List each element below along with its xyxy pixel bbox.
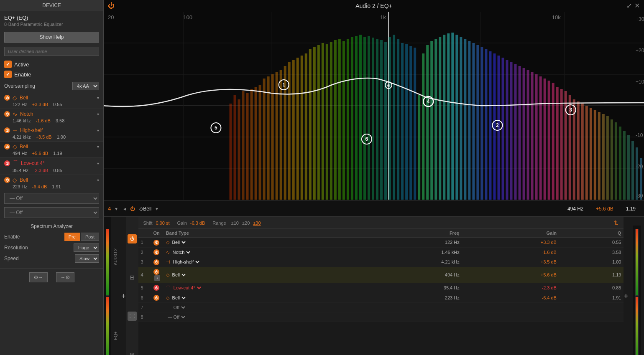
band-2-power[interactable]: ⏻ <box>4 111 10 117</box>
sidebar: DEVICE EQ+ (EQ) 8-Band Parametric Equali… <box>0 0 104 355</box>
post-button[interactable]: Post <box>81 233 99 241</box>
band-mute-btn[interactable]: ◂ <box>123 206 126 212</box>
band-selector-bar: 4 ▾ ◂ ⏻ ◇Bell ▾ 494 Hz +5.6 dB 1.19 <box>104 200 644 216</box>
band-1-power[interactable]: ⏻ <box>4 95 10 101</box>
svg-rect-88 <box>552 83 555 200</box>
band-5-arrow[interactable]: ▾ <box>97 161 99 166</box>
band-8-type-select[interactable]: — Off <box>166 314 187 320</box>
band-4-on-icon[interactable]: ⏻ <box>153 269 159 275</box>
band-3-freq: 4.21 kHz <box>13 134 31 139</box>
spectrum-resolution-label: Resolution <box>4 245 33 251</box>
band-type-arrow[interactable]: ▾ <box>156 206 158 212</box>
band-5-type-select[interactable]: Low-cut 4° <box>172 285 202 291</box>
band-6-on-icon[interactable]: ⏻ <box>153 295 159 301</box>
band-5-power[interactable]: ⏻ <box>4 160 10 166</box>
off-select-1[interactable]: — Off <box>4 193 99 204</box>
audio2-label: AUDIO 2 <box>111 217 120 296</box>
svg-rect-60 <box>434 39 437 200</box>
band-7-type-select[interactable]: — Off <box>166 304 187 310</box>
band-6-power[interactable]: ⏻ <box>4 177 10 183</box>
eq-table: On Band Type Freq Gain Q 1 ⏻ <box>138 229 624 322</box>
band-4-mute-icon[interactable]: ◂ <box>154 275 160 281</box>
svg-rect-45 <box>372 38 374 200</box>
strip-lock-icon[interactable]: ⊟ <box>130 274 135 281</box>
band-3-arrow[interactable]: ▾ <box>97 128 99 133</box>
add-signal-right-button[interactable]: + <box>624 292 628 301</box>
band-6-arrow[interactable]: ▾ <box>97 178 99 183</box>
band-num-label: 4 <box>108 205 111 212</box>
strip-connect-icon[interactable]: ⊞ <box>130 351 135 355</box>
band-4-power[interactable]: ⏻ <box>4 144 10 150</box>
eq-power-band-icon[interactable]: ⏻ <box>130 206 135 212</box>
band-1-type-select[interactable]: Bell <box>171 239 187 245</box>
eq-expand-button[interactable]: ⤢ <box>626 2 632 10</box>
strip-power-icon[interactable]: ⏻ <box>128 234 137 243</box>
svg-rect-56 <box>418 95 420 200</box>
svg-rect-38 <box>342 41 345 200</box>
enable-label: Enable <box>14 71 31 78</box>
th-freq: Freq <box>355 229 462 238</box>
ctrl-btn-1[interactable]: ⊙→ <box>29 272 48 282</box>
add-signal-left-button[interactable]: + <box>121 292 126 301</box>
band-4-type-select[interactable]: Bell <box>171 272 187 278</box>
range-20[interactable]: ±20 <box>242 221 250 226</box>
svg-rect-65 <box>455 35 458 200</box>
svg-rect-34 <box>326 44 328 200</box>
range-10[interactable]: ±10 <box>231 221 239 226</box>
svg-rect-12 <box>233 95 236 200</box>
band-1-arrow[interactable]: ▾ <box>97 96 99 100</box>
svg-rect-90 <box>560 89 563 200</box>
show-help-button[interactable]: Show Help <box>4 32 99 43</box>
band-3-on-icon[interactable]: ⏻ <box>153 259 159 265</box>
resolution-select[interactable]: Huge <box>74 243 99 252</box>
table-band-4-q: 1.19 <box>559 267 624 283</box>
band-2-type-select[interactable]: Notch <box>171 249 192 255</box>
band-6-gain: -6.4 dB <box>32 184 47 189</box>
ctrl-btn-2[interactable]: →⊙ <box>56 272 74 282</box>
svg-rect-40 <box>351 37 353 200</box>
eq-power-button[interactable]: ⏻ <box>108 2 115 10</box>
eq-close-button[interactable]: ✕ <box>634 2 640 10</box>
band-6-type-select[interactable]: Bell <box>171 295 187 301</box>
band-3-type-select[interactable]: High-shelf <box>171 259 201 265</box>
svg-rect-108 <box>636 147 638 200</box>
enable-checkbox-icon[interactable] <box>4 71 12 78</box>
band-4-arrow[interactable]: ▾ <box>97 145 99 149</box>
band-3-power[interactable]: ⏻ <box>4 127 10 133</box>
sidebar-header: DEVICE <box>0 0 103 11</box>
pre-button[interactable]: Pre <box>64 233 80 241</box>
user-defined-name-input[interactable] <box>4 47 99 56</box>
band-2-arrow[interactable]: ▾ <box>97 112 99 117</box>
oversampling-select[interactable]: 4x AA <box>72 82 99 90</box>
speed-select[interactable]: Slow <box>75 254 99 263</box>
band-5-gain: -2.3 dB <box>33 168 48 173</box>
gain-value: -6.3 dB <box>190 221 205 226</box>
device-sub: 8-Band Parametric Equalizer <box>0 22 103 29</box>
vertical-labels-container: AUDIO 2 EQ+ <box>111 217 120 355</box>
table-row-7: 7 — Off <box>138 303 624 312</box>
table-band-4-freq: 494 Hz <box>355 267 462 283</box>
band-select-arrow[interactable]: ▾ <box>115 206 118 212</box>
bottom-controls: ⊙→ →⊙ <box>0 269 103 286</box>
table-header-controls: Shift 0.00 st Gain -6.3 dB Range ±10 ±20… <box>138 217 624 229</box>
sidebar-band-1: ⏻ ◇ Bell ▾ 122 Hz +3.3 dB 0.55 <box>0 93 103 109</box>
active-checkbox-icon[interactable] <box>4 61 12 68</box>
svg-rect-52 <box>401 43 404 200</box>
svg-rect-71 <box>480 47 483 200</box>
sort-icon[interactable]: ⇅ <box>614 220 618 226</box>
range-30[interactable]: ±30 <box>253 221 261 226</box>
band-2-on-icon[interactable]: ⏻ <box>153 249 159 255</box>
svg-rect-55 <box>414 48 416 200</box>
band-1-on-icon[interactable]: ⏻ <box>153 240 159 246</box>
svg-rect-18 <box>259 85 261 200</box>
svg-rect-30 <box>309 49 312 200</box>
band-5-type: Low-cut 4° <box>21 160 95 166</box>
svg-rect-26 <box>292 60 295 200</box>
band-3-type: High-shelf <box>20 127 95 133</box>
svg-rect-54 <box>409 46 412 200</box>
off-select-2[interactable]: — Off <box>4 207 99 218</box>
band-5-on-icon[interactable]: ⏻ <box>153 285 159 291</box>
svg-text:3: 3 <box>569 107 572 113</box>
spectrum-speed-label: Speed <box>4 256 33 261</box>
strip-grid-icon[interactable]: ⋮⋮ <box>128 312 137 321</box>
